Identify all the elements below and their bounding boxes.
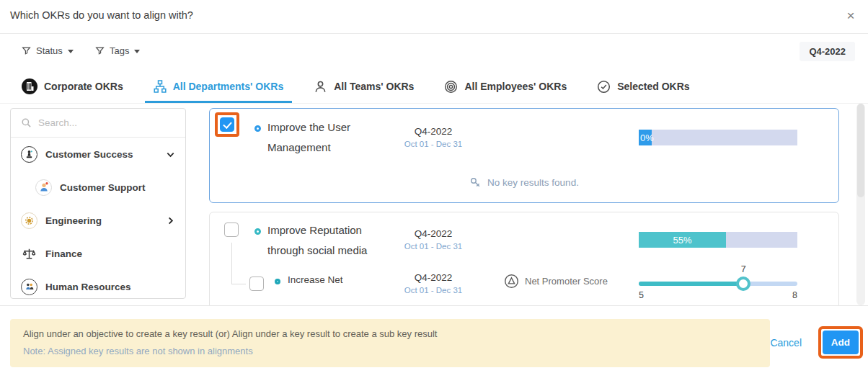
search-input[interactable] (38, 117, 161, 128)
okr-checkbox[interactable] (224, 223, 239, 237)
slider-value: 7 (741, 264, 746, 274)
funnel-icon (95, 46, 105, 55)
sidebar-item-label: Customer Success (45, 149, 133, 160)
tab-label: Corporate OKRs (44, 81, 123, 92)
tab-all-teams-okrs[interactable]: All Teams' OKRs (305, 70, 422, 103)
progress-bar: 55% (639, 232, 797, 248)
key-result-period: Q4-2022 Oct 01 - Dec 31 (394, 272, 473, 295)
cancel-button[interactable]: Cancel (770, 337, 802, 349)
okr-card-improve-user-management: Improve the User Management Q4-2022 Oct … (209, 108, 839, 203)
info-banner: Align under an objective to create a key… (10, 319, 770, 367)
no-key-results-text: No key results found. (487, 177, 579, 188)
slider-max-label: 8 (792, 290, 797, 300)
okr-tabs: Corporate OKRs All Departments' OKRs All… (0, 70, 868, 104)
banner-line-2: Note: Assigned key results are not shown… (23, 346, 757, 356)
status-filter-label: Status (36, 45, 63, 56)
department-sidebar: Customer Success Customer Support Engine… (10, 108, 186, 299)
tags-filter-dropdown[interactable]: Tags (95, 45, 140, 56)
period-dates: Oct 01 - Dec 31 (394, 286, 473, 295)
chevron-down-icon[interactable] (166, 150, 175, 159)
tab-label: Selected OKRs (617, 81, 689, 92)
chevron-right-icon[interactable] (166, 216, 175, 225)
okr-title[interactable]: Improve the User Management (267, 117, 383, 158)
org-chart-icon (154, 80, 167, 93)
modal-footer: Align under an objective to create a key… (0, 305, 868, 373)
key-icon (469, 176, 482, 189)
key-result-title[interactable]: Increase Net (288, 274, 343, 285)
funnel-icon (22, 46, 31, 55)
key-result-metric: Net Promoter Score (504, 274, 608, 289)
period-quarter: Q4-2022 (394, 272, 473, 283)
sidebar-item-label: Customer Support (60, 182, 146, 193)
modal-header: Which OKRs do you want to align with? × (0, 0, 868, 34)
key-result-checkbox[interactable] (249, 277, 264, 291)
tags-filter-label: Tags (110, 45, 129, 56)
objective-icon (254, 125, 261, 132)
progress-fill: 55% (639, 232, 726, 248)
sidebar-item-engineering[interactable]: Engineering (11, 204, 185, 237)
scales-icon (21, 247, 37, 261)
okr-list: Improve the User Management Q4-2022 Oct … (199, 108, 839, 305)
period-dates: Oct 01 - Dec 31 (394, 242, 473, 251)
tab-label: All Departments' OKRs (173, 81, 283, 92)
search-icon (21, 117, 32, 128)
add-button-highlight-annotation: Add (818, 326, 863, 359)
sidebar-item-label: Human Resources (45, 282, 131, 292)
okr-period: Q4-2022 Oct 01 - Dec 31 (394, 228, 473, 251)
okr-period: Q4-2022 Oct 01 - Dec 31 (394, 126, 473, 148)
banner-line-1: Align under an objective to create a key… (23, 328, 757, 339)
modal-body: Customer Success Customer Support Engine… (0, 104, 868, 305)
okr-card-improve-reputation: Improve Reputation through social media … (209, 212, 839, 305)
chevron-down-icon (68, 50, 74, 53)
scrollbar-thumb[interactable] (857, 104, 864, 197)
period-dates: Oct 01 - Dec 31 (394, 140, 473, 148)
period-quarter: Q4-2022 (394, 126, 473, 137)
period-quarter: Q4-2022 (394, 228, 473, 239)
sidebar-item-human-resources[interactable]: Human Resources (11, 270, 185, 299)
tab-corporate-okrs[interactable]: Corporate OKRs (13, 70, 132, 103)
progress-bar: 0% (639, 130, 797, 145)
people-icon (21, 279, 37, 295)
modal-title: Which OKRs do you want to align with? (10, 9, 193, 21)
sidebar-search (11, 109, 185, 138)
gear-icon (21, 212, 37, 229)
delta-circle-icon (504, 274, 519, 289)
target-icon (444, 80, 458, 94)
tree-connector-horizontal (231, 284, 246, 284)
tab-label: All Employees' OKRs (464, 81, 567, 92)
align-okr-modal: Which OKRs do you want to align with? × … (0, 0, 868, 373)
tab-label: All Teams' OKRs (334, 81, 414, 92)
close-icon[interactable]: × (842, 7, 859, 24)
tree-connector-vertical (231, 243, 232, 284)
okr-title[interactable]: Improve Reputation through social media (267, 220, 383, 261)
customer-support-avatar (35, 179, 52, 196)
check-circle-icon (597, 80, 611, 94)
sidebar-item-customer-success[interactable]: Customer Success (11, 138, 185, 171)
metric-label: Net Promoter Score (525, 276, 608, 287)
person-icon (314, 80, 327, 94)
no-key-results-row: No key results found. (210, 176, 838, 189)
tab-all-departments-okrs[interactable]: All Departments' OKRs (145, 70, 292, 103)
sidebar-item-customer-support[interactable]: Customer Support (11, 171, 185, 204)
progress-fill: 0% (639, 130, 652, 145)
add-button[interactable]: Add (823, 331, 859, 354)
tab-all-employees-okrs[interactable]: All Employees' OKRs (435, 70, 575, 103)
building-icon (22, 78, 37, 94)
okr-checkbox[interactable] (220, 117, 234, 132)
customer-success-icon (21, 146, 37, 163)
objective-icon (254, 228, 261, 235)
tab-selected-okrs[interactable]: Selected OKRs (588, 70, 698, 103)
filter-toolbar: Status Tags Q4-2022 (0, 34, 868, 70)
chevron-down-icon (134, 50, 140, 53)
slider-fill (639, 282, 743, 286)
sidebar-item-label: Finance (45, 248, 82, 259)
slider-min-label: 5 (639, 290, 644, 300)
sidebar-item-finance[interactable]: Finance (11, 237, 185, 270)
sidebar-item-label: Engineering (45, 215, 102, 226)
vertical-scrollbar[interactable] (856, 104, 865, 305)
slider-handle[interactable] (736, 277, 750, 291)
status-filter-dropdown[interactable]: Status (22, 45, 74, 56)
key-result-icon (275, 279, 280, 284)
period-badge[interactable]: Q4-2022 (800, 42, 855, 61)
